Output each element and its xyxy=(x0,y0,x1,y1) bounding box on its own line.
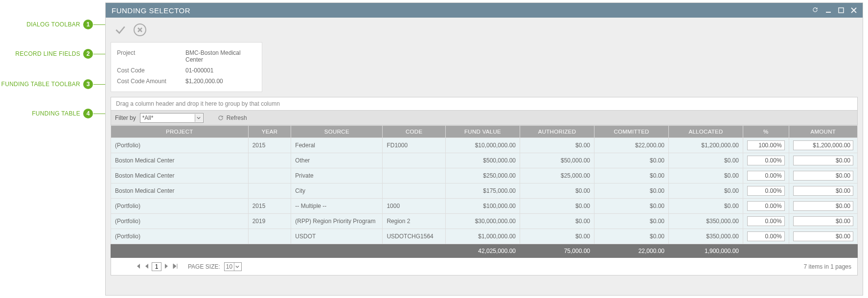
amount-label: Cost Code Amount xyxy=(117,78,185,85)
chevron-down-icon xyxy=(195,114,203,122)
cell-fund_value: $30,000,000.00 xyxy=(446,214,520,229)
amount-input[interactable] xyxy=(793,216,853,226)
col-year[interactable]: YEAR xyxy=(248,126,291,138)
maximize-icon[interactable] xyxy=(838,6,844,15)
cell-allocated: $350,000.00 xyxy=(669,214,743,229)
cell-project: (Portfolio) xyxy=(111,229,249,244)
refresh-button[interactable]: Refresh xyxy=(217,115,247,121)
callout-badge: 3 xyxy=(83,79,93,89)
cell-source: Other xyxy=(291,153,383,168)
prev-page-icon[interactable] xyxy=(143,263,150,271)
amount-input[interactable] xyxy=(793,140,853,150)
cell-code: USDOTCHG1564 xyxy=(383,229,446,244)
cell-amount xyxy=(789,183,857,199)
filter-label: Filter by xyxy=(115,115,136,121)
minimize-icon[interactable] xyxy=(825,6,831,15)
amount-input[interactable] xyxy=(793,201,853,211)
first-page-icon[interactable] xyxy=(134,263,142,271)
filter-select[interactable]: *All* xyxy=(140,113,204,123)
close-icon[interactable] xyxy=(851,6,857,15)
cell-code: Region 2 xyxy=(383,214,446,229)
cell-committed: $0.00 xyxy=(594,214,669,229)
cell-source: USDOT xyxy=(291,229,383,244)
cell-committed: $0.00 xyxy=(594,199,669,214)
cell-pct xyxy=(743,153,789,168)
total-committed: 22,000.00 xyxy=(594,244,669,258)
cell-year: 2019 xyxy=(248,214,291,229)
col-source[interactable]: SOURCE xyxy=(291,126,383,138)
page-input[interactable] xyxy=(152,262,161,271)
pct-input[interactable] xyxy=(747,140,785,150)
pct-input[interactable] xyxy=(747,216,785,226)
total-authorized: 75,000.00 xyxy=(520,244,594,258)
next-page-icon[interactable] xyxy=(163,263,170,271)
dialog-toolbar xyxy=(106,18,863,42)
pct-input[interactable] xyxy=(747,156,785,165)
page-size-select[interactable]: 10 xyxy=(224,262,242,271)
pct-input[interactable] xyxy=(747,231,785,241)
col-project[interactable]: PROJECT xyxy=(111,126,249,138)
costcode-value: 01-000001 xyxy=(185,67,213,74)
amount-input[interactable] xyxy=(793,186,853,196)
amount-input[interactable] xyxy=(793,156,853,165)
svg-rect-0 xyxy=(826,12,831,13)
cell-amount xyxy=(789,138,857,153)
cell-project: (Portfolio) xyxy=(111,214,249,229)
pct-input[interactable] xyxy=(747,186,785,196)
col-fund-value[interactable]: FUND VALUE xyxy=(446,126,520,138)
col-authorized[interactable]: AUTHORIZED xyxy=(520,126,594,138)
cell-project: (Portfolio) xyxy=(111,138,249,153)
cell-project: (Portfolio) xyxy=(111,199,249,214)
cell-project: Boston Medical Center xyxy=(111,183,249,199)
cell-committed: $0.00 xyxy=(594,183,669,199)
project-label: Project xyxy=(117,49,185,63)
cell-source: (RPP) Region Priority Program xyxy=(291,214,383,229)
cell-pct xyxy=(743,199,789,214)
total-fund-value: 42,025,000.00 xyxy=(446,244,520,258)
group-drop-zone[interactable]: Drag a column header and drop it here to… xyxy=(111,97,858,111)
cell-amount xyxy=(789,199,857,214)
record-line-fields: Project BMC-Boston Medical Center Cost C… xyxy=(111,42,262,92)
cell-code xyxy=(383,168,446,183)
col-amount[interactable]: AMOUNT xyxy=(789,126,857,138)
col-code[interactable]: CODE xyxy=(383,126,446,138)
table-row[interactable]: (Portfolio)USDOTUSDOTCHG1564$1,000,000.0… xyxy=(111,229,858,244)
cell-code xyxy=(383,153,446,168)
cell-fund_value: $1,000,000.00 xyxy=(446,229,520,244)
pct-input[interactable] xyxy=(747,201,785,211)
refresh-label: Refresh xyxy=(227,115,247,121)
table-row[interactable]: Boston Medical CenterPrivate$250,000.00$… xyxy=(111,168,858,183)
dialog-title: FUNDING SELECTOR xyxy=(112,6,812,15)
table-row[interactable]: Boston Medical CenterOther$500,000.00$50… xyxy=(111,153,858,168)
cell-fund_value: $175,000.00 xyxy=(446,183,520,199)
cell-code: 1000 xyxy=(383,199,446,214)
amount-input[interactable] xyxy=(793,231,853,241)
table-row[interactable]: (Portfolio)2015-- Multiple --1000$100,00… xyxy=(111,199,858,214)
pct-input[interactable] xyxy=(747,171,785,181)
cell-committed: $22,000.00 xyxy=(594,138,669,153)
funding-table: PROJECT YEAR SOURCE CODE FUND VALUE AUTH… xyxy=(111,125,858,258)
cell-authorized: $0.00 xyxy=(520,138,594,153)
cell-committed: $0.00 xyxy=(594,153,669,168)
cell-allocated: $0.00 xyxy=(669,199,743,214)
pager: PAGE SIZE: 10 7 items in 1 pages xyxy=(111,258,858,275)
col-pct[interactable]: % xyxy=(743,126,789,138)
cell-project: Boston Medical Center xyxy=(111,168,249,183)
page-size-value: 10 xyxy=(226,263,232,270)
amount-input[interactable] xyxy=(793,171,853,181)
col-committed[interactable]: COMMITTED xyxy=(594,126,669,138)
col-allocated[interactable]: ALLOCATED xyxy=(669,126,743,138)
cell-year xyxy=(248,229,291,244)
refresh-icon[interactable] xyxy=(812,6,819,15)
cell-fund_value: $10,000,000.00 xyxy=(446,138,520,153)
table-row[interactable]: (Portfolio)2019(RPP) Region Priority Pro… xyxy=(111,214,858,229)
table-row[interactable]: Boston Medical CenterCity$175,000.00$0.0… xyxy=(111,183,858,199)
cell-source: Private xyxy=(291,168,383,183)
last-page-icon[interactable] xyxy=(171,263,179,271)
cell-source: City xyxy=(291,183,383,199)
cancel-button[interactable] xyxy=(134,23,146,36)
cell-committed: $0.00 xyxy=(594,229,669,244)
cell-code: FD1000 xyxy=(383,138,446,153)
confirm-button[interactable] xyxy=(113,23,128,37)
table-row[interactable]: (Portfolio)2015FederalFD1000$10,000,000.… xyxy=(111,138,858,153)
